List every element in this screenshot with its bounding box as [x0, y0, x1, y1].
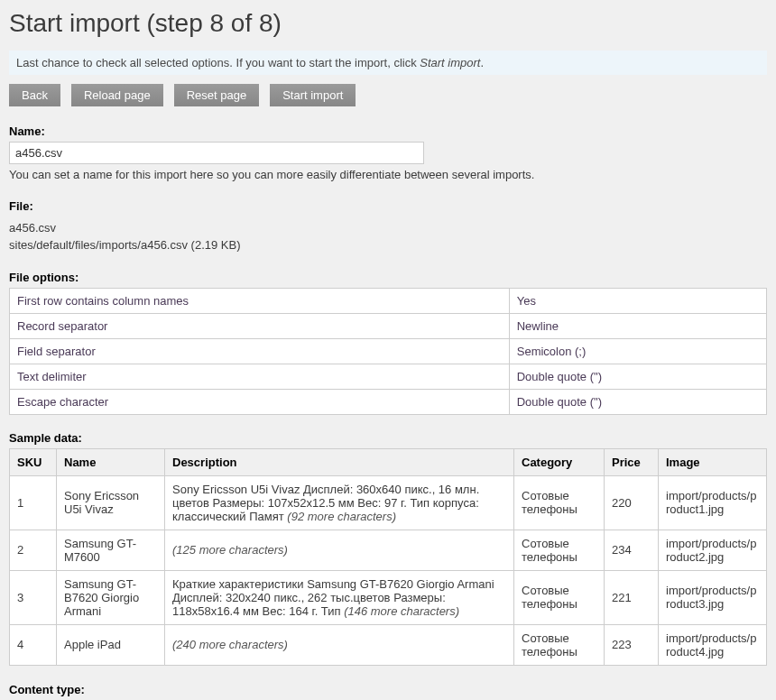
- cell-sku: 3: [10, 570, 57, 624]
- cell-image: import/products/product2.jpg: [659, 530, 767, 570]
- cell-sku: 4: [10, 624, 57, 665]
- file-option-value: Double quote ("): [509, 389, 766, 414]
- cell-name: Apple iPad: [57, 624, 165, 665]
- cell-description: Краткие характеристики Samsung GT-B7620 …: [165, 570, 514, 624]
- cell-category: Сотовые телефоны: [514, 570, 605, 624]
- content-type-label: Content type:: [9, 682, 767, 698]
- cell-price: 221: [605, 570, 659, 624]
- file-option-row: Text delimiterDouble quote ("): [10, 364, 767, 389]
- cell-description: Sony Ericsson U5i Vivaz Дисплей: 360x640…: [165, 475, 514, 530]
- reset-page-button[interactable]: Reset page: [174, 84, 260, 106]
- cell-sku: 1: [10, 475, 57, 530]
- import-name-input[interactable]: [9, 142, 424, 164]
- description-more: (240 more characters): [172, 638, 288, 651]
- cell-category: Сотовые телефоны: [514, 624, 605, 665]
- file-options-table: First row contains column namesYesRecord…: [9, 288, 767, 415]
- reload-page-button[interactable]: Reload page: [71, 84, 163, 106]
- info-text-pre: Last chance to check all selected option…: [16, 56, 420, 69]
- file-option-value: Semicolon (;): [509, 338, 766, 364]
- file-label: File:: [9, 198, 767, 216]
- page-title: Start import (step 8 of 8): [9, 9, 767, 38]
- cell-name: Samsung GT-M7600: [57, 530, 165, 570]
- table-row: 4Apple iPad(240 more characters)Сотовые …: [10, 624, 767, 665]
- cell-description: (125 more characters): [165, 530, 514, 570]
- header-sku: SKU: [10, 448, 57, 475]
- info-banner: Last chance to check all selected option…: [9, 51, 767, 75]
- info-text-post: .: [480, 56, 484, 69]
- file-path: sites/default/files/imports/a456.csv (2.…: [9, 236, 767, 254]
- description-more: (92 more characters): [287, 510, 396, 523]
- action-buttons: Back Reload page Reset page Start import: [9, 84, 767, 106]
- cell-price: 220: [605, 475, 659, 530]
- cell-image: import/products/product4.jpg: [659, 624, 767, 665]
- info-text-em: Start import: [420, 56, 480, 69]
- cell-price: 234: [605, 530, 659, 570]
- file-option-value: Newline: [509, 313, 766, 338]
- sample-data-label: Sample data:: [9, 431, 767, 445]
- description-more: (125 more characters): [172, 543, 288, 557]
- file-option-key: Text delimiter: [10, 364, 510, 389]
- cell-sku: 2: [10, 530, 57, 570]
- file-option-key: Record separator: [10, 313, 510, 338]
- sample-data-table: SKU Name Description Category Price Imag…: [9, 448, 767, 666]
- header-description: Description: [165, 448, 514, 475]
- file-option-row: Escape characterDouble quote ("): [10, 389, 767, 414]
- file-option-key: Escape character: [10, 389, 510, 414]
- name-help: You can set a name for this import here …: [9, 168, 767, 181]
- cell-name: Sony Ericsson U5i Vivaz: [57, 475, 165, 530]
- header-name: Name: [57, 448, 165, 475]
- file-option-value: Double quote ("): [509, 364, 766, 389]
- cell-category: Сотовые телефоны: [514, 475, 605, 530]
- sample-header-row: SKU Name Description Category Price Imag…: [10, 448, 767, 475]
- table-row: 1Sony Ericsson U5i VivazSony Ericsson U5…: [10, 475, 767, 530]
- cell-image: import/products/product1.jpg: [659, 475, 767, 530]
- file-option-row: Field separatorSemicolon (;): [10, 338, 767, 364]
- table-row: 3Samsung GT-B7620 Giorgio ArmaniКраткие …: [10, 570, 767, 624]
- start-import-button[interactable]: Start import: [270, 84, 356, 106]
- header-category: Category: [514, 448, 605, 475]
- header-price: Price: [605, 448, 659, 475]
- file-option-row: Record separatorNewline: [10, 313, 767, 338]
- cell-name: Samsung GT-B7620 Giorgio Armani: [57, 570, 165, 624]
- cell-category: Сотовые телефоны: [514, 530, 605, 570]
- file-option-key: Field separator: [10, 338, 510, 364]
- file-option-value: Yes: [509, 288, 766, 313]
- file-option-key: First row contains column names: [10, 288, 510, 313]
- description-more: (146 more characters): [344, 604, 459, 618]
- cell-description: (240 more characters): [165, 624, 514, 665]
- header-image: Image: [659, 448, 767, 475]
- cell-image: import/products/product3.jpg: [659, 570, 767, 624]
- file-option-row: First row contains column namesYes: [10, 288, 767, 313]
- cell-price: 223: [605, 624, 659, 665]
- file-options-label: File options:: [9, 271, 767, 284]
- table-row: 2Samsung GT-M7600(125 more characters)Со…: [10, 530, 767, 570]
- back-button[interactable]: Back: [9, 84, 60, 106]
- name-label: Name:: [9, 124, 767, 138]
- file-name: a456.csv: [9, 219, 767, 237]
